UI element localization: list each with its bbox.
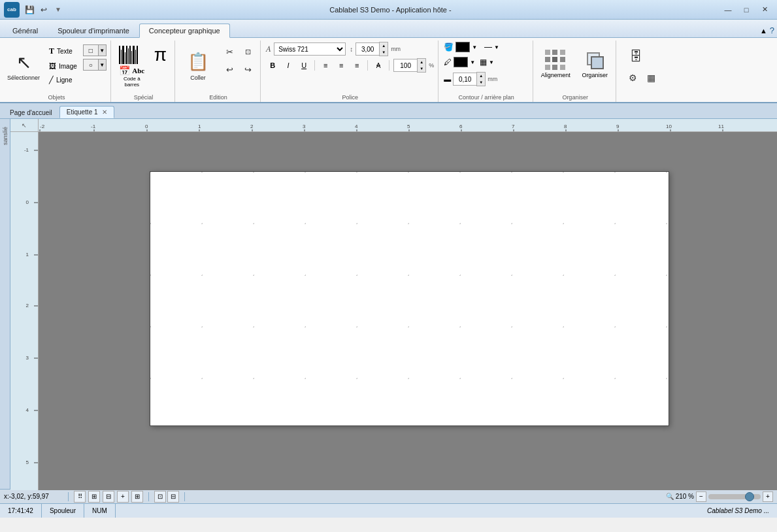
italic-button[interactable]: I xyxy=(282,59,295,72)
font-size-up[interactable]: ▲ xyxy=(380,42,388,49)
strikethrough-button[interactable]: A xyxy=(372,59,385,72)
group-db: 🗄 ⚙ ▦ xyxy=(618,41,666,102)
align-center-button[interactable]: ≡ xyxy=(335,59,348,72)
grid-cross-button[interactable]: ⊟ xyxy=(103,491,114,503)
align-right-button[interactable]: ≡ xyxy=(350,59,363,72)
zoom-out-button[interactable]: − xyxy=(696,491,706,502)
close-button[interactable]: ✕ xyxy=(756,3,773,16)
line-width-down[interactable]: ▼ xyxy=(477,79,485,86)
save-button[interactable]: 💾 xyxy=(24,4,35,16)
separator3 xyxy=(389,60,389,71)
police-label: Police xyxy=(266,94,434,102)
maximize-button[interactable]: □ xyxy=(738,3,755,16)
scale-up[interactable]: ▲ xyxy=(418,59,425,65)
group-edition: 📋 Coller ✂ ⊡ ↩ ↪ Edition xyxy=(176,41,261,102)
align-left-button[interactable]: ≡ xyxy=(319,59,332,72)
minimize-button[interactable]: — xyxy=(719,3,736,16)
objets-label: Objets xyxy=(7,94,107,102)
rect-shape-button[interactable]: □ xyxy=(83,44,99,56)
fill-row1: 🪣 ▼ — ▼ xyxy=(444,42,529,52)
table-button[interactable]: ▦ xyxy=(642,71,659,85)
line-style-icon: — xyxy=(484,42,492,52)
help-up-icon[interactable]: ▲ xyxy=(760,27,767,35)
alignment-button[interactable]: Alignement xyxy=(538,42,572,86)
ellipse-shape-button[interactable]: ○ xyxy=(83,59,99,71)
pi-button[interactable]: π xyxy=(154,44,167,65)
stroke-color-dropdown[interactable]: ▼ xyxy=(470,59,475,65)
barcode-button[interactable]: 📅 Abc Code à barres xyxy=(116,42,148,90)
svg-text:2: 2 xyxy=(250,124,254,129)
fill-color-swatch[interactable] xyxy=(455,42,470,52)
fill-pattern-dropdown[interactable]: ▼ xyxy=(489,59,494,65)
database-button[interactable]: 🗄 xyxy=(624,44,648,68)
fit-page-button[interactable]: ⊡ xyxy=(154,491,166,503)
line-width-input[interactable] xyxy=(453,73,476,86)
crosshair-button[interactable]: + xyxy=(117,491,129,503)
tab-spouleur[interactable]: Spouleur d'imprimante xyxy=(48,24,139,37)
spouleur-segment: Spouleur xyxy=(42,504,84,518)
organiser-content: Alignement Organiser xyxy=(538,42,612,94)
snap-button[interactable]: ⊞ xyxy=(131,491,143,503)
grid-lines-button[interactable]: ⊞ xyxy=(88,491,100,503)
cut-copy-undoredo: ✂ ⊡ ↩ ↪ xyxy=(221,42,256,78)
line-icon: ╱ xyxy=(49,76,54,84)
line-style-dropdown[interactable]: ▼ xyxy=(494,44,499,50)
tab-etiquette1[interactable]: Etiquette 1 ✕ xyxy=(59,106,115,118)
titlebar-left: cab 💾 ↩ ▼ xyxy=(4,2,61,18)
font-size-down[interactable]: ▼ xyxy=(380,49,388,56)
copy-button[interactable]: ⊡ xyxy=(239,44,256,59)
tab-general[interactable]: Général xyxy=(3,24,48,37)
grid-dots-button[interactable]: ⠿ xyxy=(74,491,86,503)
quick-access-toolbar: 💾 ↩ ▼ xyxy=(24,4,61,16)
font-size-input[interactable] xyxy=(355,42,379,56)
canvas-area[interactable] xyxy=(39,132,777,490)
tab-home[interactable]: Page d'accueil xyxy=(3,107,59,118)
ellipse-shape-row: ○ ▼ xyxy=(83,59,107,71)
objects-list: T Texte 🖼 Image ╱ Ligne xyxy=(46,42,80,86)
svg-text:7: 7 xyxy=(512,124,515,129)
police-content: 𝐴 Swiss 721 ↕ ▲ ▼ mm xyxy=(266,42,434,94)
undo-quick-button[interactable]: ↩ xyxy=(38,4,50,16)
zoom-slider[interactable] xyxy=(708,494,761,499)
document-tabs: Page d'accueil Etiquette 1 ✕ xyxy=(0,103,777,119)
font-family-select[interactable]: Swiss 721 xyxy=(274,42,346,56)
image-object-button[interactable]: 🖼 Image xyxy=(46,60,80,72)
select-button[interactable]: ↖ Sélectionner xyxy=(7,42,41,88)
dropdown-arrow-icon[interactable]: ▼ xyxy=(55,6,61,13)
cut-button[interactable]: ✂ xyxy=(221,44,238,59)
cut-copy-row: ✂ ⊡ xyxy=(221,44,256,59)
barcode-label: Code à barres xyxy=(124,76,141,88)
svg-text:6: 6 xyxy=(459,124,463,129)
svg-text:-1: -1 xyxy=(91,124,96,129)
help-icon[interactable]: ? xyxy=(770,25,774,35)
settings-button[interactable]: ⚙ xyxy=(624,71,641,85)
bold-button[interactable]: B xyxy=(266,59,279,72)
tab-close-icon[interactable]: ✕ xyxy=(102,108,107,116)
svg-text:8: 8 xyxy=(564,124,567,129)
app-logo: cab xyxy=(4,2,20,18)
line-width-up[interactable]: ▲ xyxy=(477,73,485,79)
barcode-icon xyxy=(119,44,145,64)
paste-button[interactable]: 📋 Coller xyxy=(180,42,216,89)
text-object-button[interactable]: T Texte xyxy=(46,44,80,58)
edition-label: Edition xyxy=(180,94,256,102)
line-width-group: ▲ ▼ xyxy=(453,72,486,86)
scale-input[interactable] xyxy=(393,59,417,72)
line-object-button[interactable]: ╱ Ligne xyxy=(46,74,80,86)
fill-color-dropdown[interactable]: ▼ xyxy=(472,44,477,50)
fit-width-button[interactable]: ⊟ xyxy=(167,491,179,503)
label-canvas xyxy=(150,171,669,426)
redo-button[interactable]: ↪ xyxy=(239,62,256,76)
zoom-in-button[interactable]: + xyxy=(763,491,773,502)
tab-concepteur[interactable]: Concepteur graphique xyxy=(139,24,230,38)
group-special: 📅 Abc Code à barres π Spécial xyxy=(112,41,175,102)
statusbar: x:-3,02, y:59,97 ⠿ ⊞ ⊟ + ⊞ ⊡ ⊟ 🔍 210 % −… xyxy=(0,489,777,503)
scale-down[interactable]: ▼ xyxy=(418,65,425,72)
underline-button[interactable]: U xyxy=(297,59,310,72)
undo-button[interactable]: ↩ xyxy=(221,62,238,76)
rect-shape-dropdown[interactable]: ▼ xyxy=(99,44,107,56)
organise-button[interactable]: Organiser xyxy=(578,42,612,86)
font-size-icon: ↕ xyxy=(350,46,353,53)
ellipse-shape-dropdown[interactable]: ▼ xyxy=(99,59,107,71)
stroke-color-swatch[interactable] xyxy=(454,57,468,67)
